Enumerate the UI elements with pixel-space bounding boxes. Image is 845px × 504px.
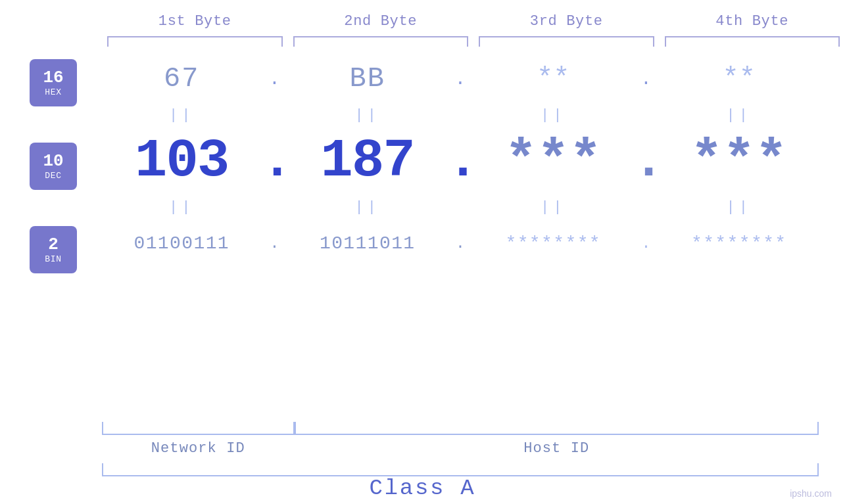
byte-headers-row: 1st Byte 2nd Byte 3rd Byte 4th Byte [0, 13, 845, 30]
top-bracket-row [0, 36, 845, 47]
badge-dec: 10 DEC [30, 143, 77, 190]
dec-byte-4: *** [660, 131, 819, 192]
dec-dot-3: . [633, 131, 660, 191]
bottom-brackets [102, 422, 819, 435]
network-id-label: Network ID [102, 440, 295, 457]
badge-dec-label: DEC [45, 171, 61, 181]
bracket-4 [665, 36, 840, 47]
dec-byte-3: *** [473, 131, 633, 192]
eq1-b2: || [288, 107, 448, 124]
byte-header-4: 4th Byte [660, 13, 846, 30]
byte-header-1: 1st Byte [102, 13, 288, 30]
hex-byte-1: 67 [102, 63, 262, 95]
badge-dec-number: 10 [43, 152, 63, 171]
badge-hex-label: HEX [45, 87, 61, 97]
dec-byte-1: 103 [102, 131, 262, 192]
hex-row: 67 . BB . ** . ** [102, 53, 819, 105]
ip-grid: 67 . BB . ** . ** || || [102, 53, 819, 269]
bin-byte-4: ******** [660, 233, 819, 254]
bin-byte-1: 01100111 [102, 233, 262, 254]
eq2-b2: || [288, 199, 448, 216]
badge-hex: 16 HEX [30, 59, 77, 106]
bin-byte-3: ******** [473, 233, 633, 254]
base-badges: 16 HEX 10 DEC 2 BIN [30, 59, 77, 273]
watermark: ipshu.com [790, 488, 832, 499]
hex-dot-3: . [633, 69, 660, 89]
equals-row-2: || || || || [102, 197, 819, 217]
hex-dot-1: . [262, 69, 288, 89]
badge-bin-label: BIN [45, 254, 61, 264]
network-id-bracket [102, 422, 295, 435]
bin-dot-1: . [262, 235, 288, 252]
equals-row-1: || || || || [102, 105, 819, 125]
eq2-b3: || [473, 199, 633, 216]
hex-byte-3: ** [473, 63, 633, 95]
byte-header-2: 2nd Byte [288, 13, 474, 30]
dec-dot-2: . [447, 131, 473, 191]
hex-byte-4: ** [660, 63, 819, 95]
bracket-2 [293, 36, 469, 47]
dec-byte-2: 187 [288, 131, 448, 192]
eq1-b1: || [102, 107, 262, 124]
bracket-3 [479, 36, 654, 47]
eq1-b4: || [660, 107, 819, 124]
bin-dot-2: . [447, 235, 473, 252]
bracket-labels: Network ID Host ID [102, 440, 819, 457]
dec-row: 103 . 187 . *** . *** [102, 125, 819, 197]
bin-byte-2: 10111011 [288, 233, 448, 254]
badge-hex-number: 16 [43, 68, 63, 87]
badge-bin: 2 BIN [30, 226, 77, 273]
main-container: 1st Byte 2nd Byte 3rd Byte 4th Byte 16 H… [0, 0, 845, 504]
eq2-b4: || [660, 199, 819, 216]
hex-byte-2: BB [288, 63, 448, 95]
badge-bin-number: 2 [48, 235, 59, 254]
dec-dot-1: . [262, 131, 288, 191]
eq2-b1: || [102, 199, 262, 216]
byte-header-3: 3rd Byte [473, 13, 660, 30]
bracket-1 [107, 36, 283, 47]
host-id-label: Host ID [295, 440, 819, 457]
bin-dot-3: . [633, 235, 660, 252]
class-label: Class A [0, 476, 845, 501]
host-id-bracket [295, 422, 819, 435]
bin-row: 01100111 . 10111011 . ******** . *******… [102, 217, 819, 269]
eq1-b3: || [473, 107, 633, 124]
hex-dot-2: . [447, 69, 473, 89]
long-bottom-bracket [102, 463, 819, 476]
